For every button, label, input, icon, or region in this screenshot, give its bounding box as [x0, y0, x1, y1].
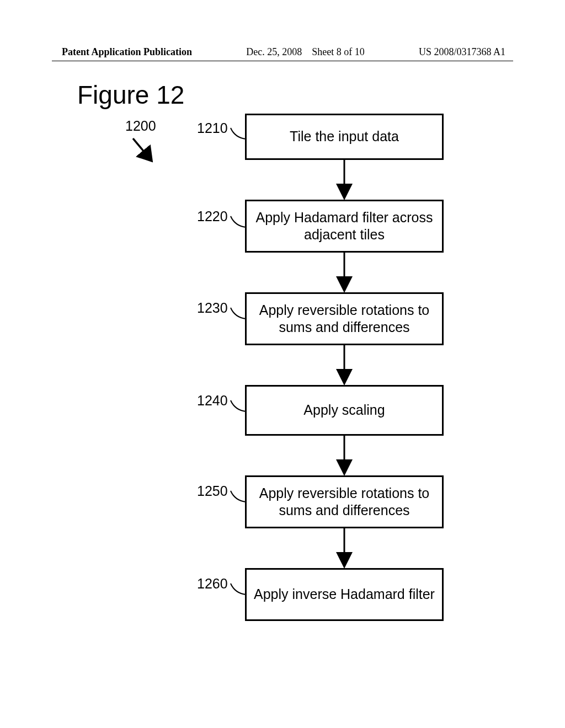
leader-1220 — [230, 215, 248, 229]
arrow-1 — [245, 160, 444, 200]
header-left: Patent Application Publication — [62, 46, 192, 58]
step-ref-1210: 1210 — [197, 120, 228, 136]
leader-1230 — [230, 307, 248, 321]
arrow-5 — [245, 528, 444, 568]
leader-1260 — [230, 582, 248, 597]
arrow-3 — [245, 345, 444, 385]
arrow-2 — [245, 253, 444, 292]
header-sheet: Sheet 8 of 10 — [312, 46, 364, 57]
step-box-1250: Apply reversible rotations to sums and d… — [245, 475, 444, 528]
header-date: Dec. 25, 2008 — [246, 46, 302, 57]
step-text: Apply Hadamard filter across adjacent ti… — [252, 209, 436, 244]
page-header: Patent Application Publication Dec. 25, … — [0, 46, 565, 58]
step-ref-1240: 1240 — [197, 393, 228, 409]
step-box-1220: Apply Hadamard filter across adjacent ti… — [245, 200, 444, 253]
leader-1250 — [230, 490, 248, 504]
leader-1240 — [230, 399, 248, 414]
step-ref-1260: 1260 — [197, 576, 228, 592]
step-box-1210: Tile the input data — [245, 114, 444, 160]
header-rule — [52, 61, 513, 61]
step-box-1230: Apply reversible rotations to sums and d… — [245, 292, 444, 345]
leader-1210 — [230, 127, 248, 141]
step-text: Apply reversible rotations to sums and d… — [252, 302, 436, 336]
step-ref-1220: 1220 — [197, 208, 228, 224]
step-text: Apply inverse Hadamard filter — [254, 586, 435, 603]
step-text: Apply reversible rotations to sums and d… — [252, 485, 436, 520]
step-text: Apply scaling — [303, 402, 385, 419]
step-text: Tile the input data — [290, 128, 399, 145]
page: Patent Application Publication Dec. 25, … — [0, 0, 565, 728]
header-mid: Dec. 25, 2008 Sheet 8 of 10 — [192, 46, 419, 58]
step-ref-1250: 1250 — [197, 483, 228, 499]
step-box-1240: Apply scaling — [245, 385, 444, 436]
header-pubno: US 2008/0317368 A1 — [419, 46, 505, 58]
figure-ref-overall: 1200 — [125, 118, 156, 134]
flowchart: Tile the input data Apply Hadamard filte… — [245, 114, 444, 621]
figure-ref-arrow — [130, 136, 158, 163]
step-box-1260: Apply inverse Hadamard filter — [245, 568, 444, 621]
svg-line-0 — [133, 138, 147, 155]
step-ref-1230: 1230 — [197, 300, 228, 316]
arrow-4 — [245, 436, 444, 475]
figure-title: Figure 12 — [77, 80, 184, 110]
